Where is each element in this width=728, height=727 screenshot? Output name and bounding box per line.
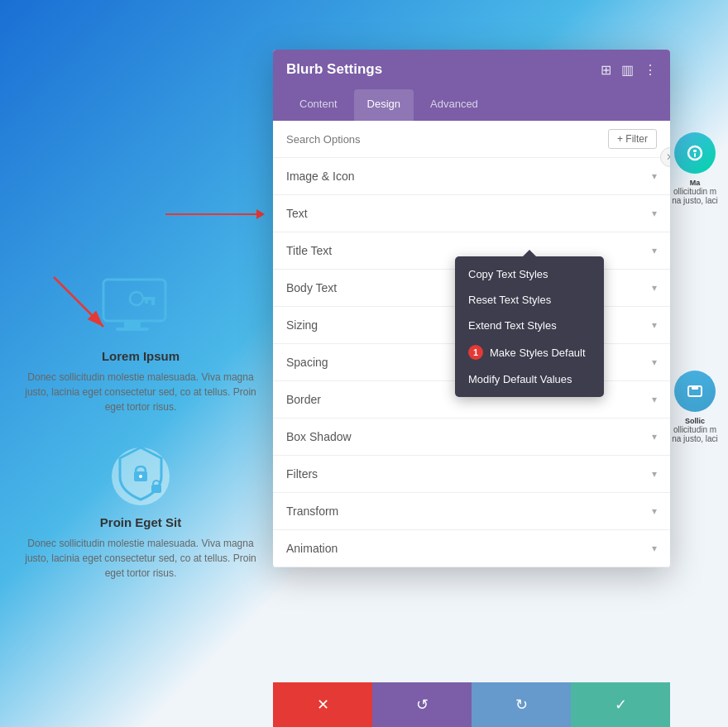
right-icon-1 bbox=[674, 132, 716, 174]
panel-header-icons: ⊞ ▥ ⋮ bbox=[601, 62, 657, 78]
context-menu-item-modify[interactable]: Modify Default Values bbox=[455, 366, 604, 392]
card-proin-title: Proin Eget Sit bbox=[17, 515, 265, 529]
filter-button[interactable]: + Filter bbox=[608, 129, 657, 149]
section-box-shadow[interactable]: Box Shadow ▾ bbox=[273, 419, 670, 456]
chevron-border: ▾ bbox=[652, 394, 657, 405]
section-text[interactable]: Text ▾ bbox=[273, 195, 670, 232]
cancel-icon: ✕ bbox=[317, 696, 329, 714]
context-menu-item-copy[interactable]: Copy Text Styles bbox=[455, 261, 604, 287]
panel-header: Blurb Settings ⊞ ▥ ⋮ bbox=[273, 50, 670, 89]
context-menu-modify-label: Modify Default Values bbox=[468, 373, 572, 385]
card-proin-eget: Proin Eget Sit Donec sollicitudin molest… bbox=[17, 439, 265, 581]
section-transform-label: Transform bbox=[286, 505, 338, 518]
context-menu-item-make-default[interactable]: 1 Make Styles Default bbox=[455, 338, 604, 366]
arrow-right bbox=[165, 209, 265, 219]
tab-advanced[interactable]: Advanced bbox=[417, 89, 491, 121]
columns-icon[interactable]: ▥ bbox=[621, 62, 634, 78]
section-border-label: Border bbox=[286, 393, 321, 406]
redo-button[interactable]: ↻ bbox=[472, 682, 571, 727]
svg-rect-3 bbox=[124, 321, 141, 328]
right-card-1-title: Ma bbox=[670, 179, 720, 187]
save-button[interactable]: ✓ bbox=[571, 682, 670, 727]
context-menu: Copy Text Styles Reset Text Styles Exten… bbox=[455, 256, 604, 397]
section-animation[interactable]: Animation ▾ bbox=[273, 530, 670, 567]
panel-footer: ✕ ↺ ↻ ✓ bbox=[273, 682, 670, 727]
context-menu-item-reset[interactable]: Reset Text Styles bbox=[455, 287, 604, 313]
right-icon-2 bbox=[674, 371, 716, 412]
section-box-shadow-label: Box Shadow bbox=[286, 430, 352, 443]
section-text-label: Text bbox=[286, 207, 308, 220]
section-filters[interactable]: Filters ▾ bbox=[273, 456, 670, 493]
chevron-animation: ▾ bbox=[652, 543, 657, 554]
context-menu-copy-label: Copy Text Styles bbox=[468, 268, 548, 280]
undo-icon: ↺ bbox=[416, 696, 429, 714]
section-spacing-label: Spacing bbox=[286, 356, 328, 369]
svg-rect-4 bbox=[116, 328, 149, 331]
panel-title: Blurb Settings bbox=[286, 61, 382, 78]
chevron-sizing: ▾ bbox=[652, 319, 657, 331]
svg-rect-12 bbox=[151, 485, 161, 493]
chevron-filters: ▾ bbox=[652, 468, 657, 480]
cancel-button[interactable]: ✕ bbox=[273, 682, 372, 727]
section-body-text-label: Body Text bbox=[286, 281, 337, 294]
context-menu-extend-label: Extend Text Styles bbox=[468, 319, 557, 332]
context-menu-reset-label: Reset Text Styles bbox=[468, 294, 551, 306]
search-input[interactable] bbox=[286, 133, 608, 146]
expand-icon[interactable]: ⊞ bbox=[601, 62, 611, 78]
svg-point-11 bbox=[139, 475, 142, 478]
section-sizing-label: Sizing bbox=[286, 318, 318, 332]
svg-rect-8 bbox=[145, 300, 148, 304]
chevron-body-text: ▾ bbox=[652, 282, 657, 294]
svg-rect-15 bbox=[694, 153, 696, 157]
shield-icon bbox=[99, 439, 182, 505]
tab-design[interactable]: Design bbox=[354, 89, 414, 121]
section-filters-label: Filters bbox=[286, 467, 318, 481]
svg-point-5 bbox=[130, 292, 143, 305]
svg-rect-14 bbox=[693, 150, 697, 152]
svg-rect-6 bbox=[142, 297, 156, 300]
card-lorem-ipsum-title: Lorem Ipsum bbox=[17, 349, 265, 363]
svg-line-1 bbox=[54, 277, 103, 327]
right-content: Ma ollicitudin m na justo, laci Sollic o… bbox=[662, 0, 728, 727]
svg-rect-7 bbox=[151, 300, 155, 305]
page-content: Lorem Ipsum Donec sollicitudin molestie … bbox=[0, 0, 281, 727]
settings-panel: Blurb Settings ⊞ ▥ ⋮ Content Design Adva… bbox=[273, 50, 670, 567]
right-card-1-text: ollicitudin m na justo, laci bbox=[670, 187, 720, 205]
tab-content[interactable]: Content bbox=[286, 89, 351, 121]
section-transform[interactable]: Transform ▾ bbox=[273, 493, 670, 530]
right-card-1: Ma ollicitudin m na justo, laci bbox=[670, 132, 720, 205]
chevron-image-icon: ▾ bbox=[652, 170, 657, 182]
section-animation-label: Animation bbox=[286, 542, 338, 555]
context-menu-make-default-label: Make Styles Default bbox=[490, 347, 586, 359]
right-card-2-text: ollicitudin m na justo, laci bbox=[670, 425, 720, 443]
section-image-icon-label: Image & Icon bbox=[286, 170, 355, 183]
undo-button[interactable]: ↺ bbox=[372, 682, 472, 727]
right-card-2-title: Sollic bbox=[670, 417, 720, 425]
panel-search: + Filter bbox=[273, 121, 670, 158]
card-proin-text: Donec sollicitudin molestie malesuada. V… bbox=[17, 536, 265, 581]
chevron-box-shadow: ▾ bbox=[652, 431, 657, 442]
badge-1: 1 bbox=[468, 345, 483, 360]
save-icon: ✓ bbox=[615, 696, 627, 714]
panel-tabs: Content Design Advanced bbox=[273, 89, 670, 121]
right-card-2: Sollic ollicitudin m na justo, laci bbox=[670, 371, 720, 443]
svg-rect-17 bbox=[692, 386, 698, 390]
more-icon[interactable]: ⋮ bbox=[644, 62, 657, 78]
context-menu-item-extend[interactable]: Extend Text Styles bbox=[455, 313, 604, 338]
arrow-diagonal bbox=[50, 273, 116, 342]
chevron-spacing: ▾ bbox=[652, 356, 657, 368]
section-title-text-label: Title Text bbox=[286, 244, 332, 257]
card-lorem-ipsum-text: Donec sollicitudin molestie malesuada. V… bbox=[17, 370, 265, 414]
redo-icon: ↻ bbox=[515, 696, 528, 714]
chevron-text: ▾ bbox=[652, 208, 657, 219]
chevron-title-text: ▾ bbox=[652, 245, 657, 256]
section-image-icon[interactable]: Image & Icon ▾ bbox=[273, 158, 670, 195]
chevron-transform: ▾ bbox=[652, 505, 657, 517]
